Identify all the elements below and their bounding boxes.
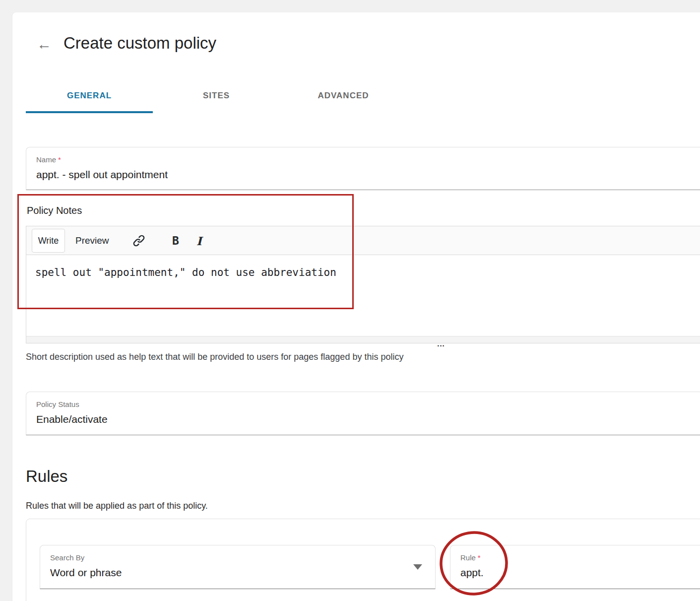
preview-tab-button[interactable]: Preview bbox=[74, 226, 110, 255]
page-title: Create custom policy bbox=[64, 33, 216, 54]
rule-value: appt. bbox=[460, 566, 700, 579]
required-asterisk: * bbox=[478, 553, 481, 562]
search-by-select[interactable]: Search By Word or phrase bbox=[40, 545, 436, 589]
tab-general[interactable]: GENERAL bbox=[26, 80, 153, 113]
italic-button[interactable]: I bbox=[196, 226, 202, 255]
rules-heading: Rules bbox=[26, 466, 67, 487]
required-asterisk: * bbox=[58, 155, 61, 164]
create-custom-policy-page: ← Create custom policy GENERAL SITES ADV… bbox=[0, 0, 700, 601]
name-label: Name* bbox=[36, 155, 700, 165]
policy-notes-textarea[interactable]: spell out "appointment," do not use abbr… bbox=[26, 255, 700, 336]
policy-notes-label: Policy Notes bbox=[27, 203, 82, 217]
insert-link-button[interactable] bbox=[132, 226, 145, 255]
rule-field[interactable]: Rule* appt. bbox=[450, 545, 700, 589]
policy-notes-help-text: Short description used as help text that… bbox=[26, 351, 403, 363]
rule-label: Rule* bbox=[460, 553, 700, 563]
editor-toolbar: Write Preview B I bbox=[26, 226, 700, 255]
policy-status-field[interactable]: Policy Status Enable/activate bbox=[26, 392, 700, 435]
search-by-label: Search By bbox=[50, 553, 435, 563]
tab-bar: GENERAL SITES ADVANCED bbox=[26, 80, 407, 113]
tab-advanced[interactable]: ADVANCED bbox=[280, 80, 407, 113]
back-arrow-icon: ← bbox=[37, 36, 52, 53]
rules-description: Rules that will be applied as part of th… bbox=[26, 500, 208, 512]
back-button[interactable]: ← bbox=[35, 35, 54, 54]
policy-status-label: Policy Status bbox=[36, 400, 700, 409]
name-value: appt. - spell out appointment bbox=[36, 168, 700, 181]
write-tab-button[interactable]: Write bbox=[32, 229, 65, 253]
policy-notes-editor: Write Preview B I spell out "appointment… bbox=[26, 226, 700, 343]
resize-handle-icon[interactable]: ... bbox=[433, 340, 449, 347]
policy-status-value: Enable/activate bbox=[36, 413, 700, 426]
tab-sites[interactable]: SITES bbox=[153, 80, 280, 113]
name-field[interactable]: Name* appt. - spell out appointment bbox=[26, 147, 700, 190]
editor-footer bbox=[26, 336, 700, 343]
link-icon bbox=[132, 234, 145, 247]
bold-button[interactable]: B bbox=[172, 226, 179, 255]
search-by-value: Word or phrase bbox=[50, 566, 435, 579]
